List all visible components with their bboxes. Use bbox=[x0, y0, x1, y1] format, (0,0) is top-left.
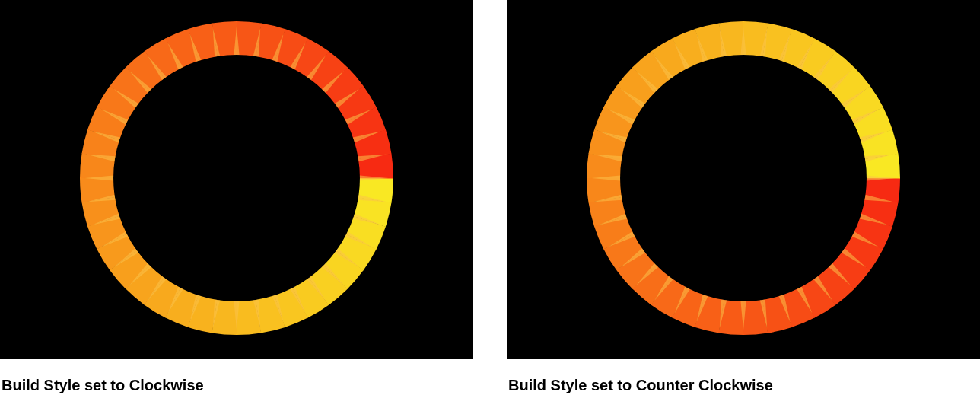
panel-counterclockwise: Build Style set to Counter Clockwise bbox=[507, 0, 980, 411]
ring-counterclockwise bbox=[581, 15, 906, 344]
figure-comparison: Build Style set to Clockwise Build Style… bbox=[0, 0, 980, 411]
canvas-clockwise bbox=[0, 0, 473, 359]
canvas-counterclockwise bbox=[507, 0, 980, 359]
caption-clockwise: Build Style set to Clockwise bbox=[0, 359, 473, 394]
panel-gap bbox=[473, 0, 507, 411]
ring-clockwise bbox=[74, 15, 399, 344]
caption-counterclockwise: Build Style set to Counter Clockwise bbox=[507, 359, 980, 394]
panel-clockwise: Build Style set to Clockwise bbox=[0, 0, 473, 411]
